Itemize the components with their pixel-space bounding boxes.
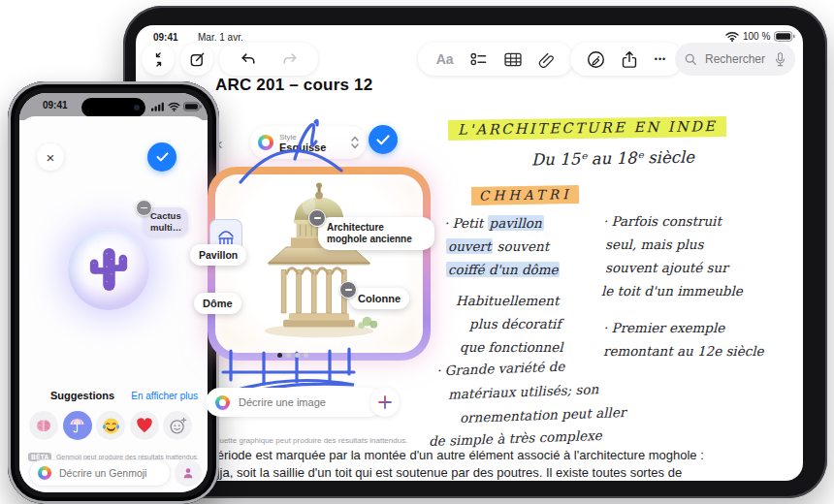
person-icon — [181, 466, 195, 480]
hw-habit-1: Habituellement — [456, 293, 559, 308]
laughing-tears-icon — [102, 417, 120, 435]
hw-premier-1: · Premier exemple — [603, 320, 724, 335]
markup-button[interactable] — [587, 50, 605, 69]
describe-image-field[interactable] — [206, 388, 384, 417]
battery-icon — [183, 102, 202, 111]
label-column-remove[interactable] — [339, 281, 357, 299]
suggestion-row — [29, 411, 192, 440]
search-icon — [685, 53, 697, 66]
plus-icon — [378, 395, 392, 409]
table-button[interactable] — [504, 52, 522, 67]
xmark-icon: × — [47, 150, 55, 165]
apple-intelligence-swirl-icon — [38, 466, 51, 480]
hw-parfois-2: seul, mais plus — [605, 236, 703, 252]
cellular-bars-icon — [151, 102, 165, 111]
label-dome[interactable]: Dôme — [194, 293, 241, 314]
suggestion-umbrella[interactable] — [63, 411, 92, 440]
hw-premier-2: remontant au 12e siècle — [603, 343, 764, 359]
genmoji-close-button[interactable]: × — [37, 143, 64, 171]
genmoji-sheet: × Cactus multi… — [19, 116, 208, 492]
suggestion-brain[interactable] — [29, 411, 58, 440]
attach-button[interactable] — [538, 51, 555, 68]
genmoji-bubble — [68, 229, 149, 310]
describe-genmoji-input[interactable] — [57, 466, 162, 480]
new-genmoji-icon — [169, 417, 187, 435]
checkmark-icon — [376, 135, 390, 145]
undo-redo-group — [219, 43, 318, 76]
ipad-status-right: 100 % — [725, 31, 795, 42]
hw-section: CHHATRI — [471, 186, 579, 205]
compose-icon — [189, 51, 206, 68]
compose-button[interactable] — [180, 43, 213, 76]
undo-button[interactable] — [240, 51, 257, 67]
collapse-button[interactable] — [142, 43, 175, 76]
hw-grande-3: ornementation peut aller — [460, 404, 626, 425]
apple-intelligence-swirl-icon — [258, 135, 273, 150]
hw-habit-3: que fonctionnel — [460, 339, 563, 355]
genmoji-tag-remove[interactable] — [136, 200, 152, 216]
chevron-up-down-icon — [351, 136, 359, 149]
minus-icon — [308, 209, 326, 227]
hw-subheading: Du 15ᵉ au 18ᵉ siècle — [531, 148, 694, 170]
hw-petit-3: coiffé d'un dôme — [446, 262, 560, 277]
text-format-button[interactable]: Aa — [436, 51, 454, 67]
label-column[interactable]: Colonne — [349, 288, 409, 309]
note-paragraph-line1: te période est marquée par la montée d'u… — [196, 448, 704, 462]
iphone-status-icons — [151, 102, 202, 111]
suggestion-heart[interactable] — [130, 411, 159, 440]
generated-image — [215, 174, 423, 353]
suggestion-laughing[interactable] — [96, 411, 125, 440]
add-image-button[interactable] — [370, 388, 400, 417]
hw-grande-4: de simple à très complexe — [429, 427, 602, 449]
checklist-button[interactable] — [470, 51, 488, 67]
describe-image-input[interactable] — [237, 395, 374, 409]
minus-icon — [136, 200, 152, 216]
wifi-icon — [168, 102, 180, 111]
note-title: ARC 201 – cours 12 — [215, 76, 372, 95]
style-value: Esquisse — [279, 142, 345, 153]
describe-genmoji-field[interactable] — [29, 459, 171, 487]
label-architecture-remove[interactable] — [308, 209, 326, 227]
hw-heading: L'ARCHITECTURE EN INDE — [448, 118, 726, 139]
apple-intelligence-swirl-icon — [215, 395, 230, 410]
search-input[interactable] — [703, 51, 775, 67]
more-button[interactable]: ••• — [655, 54, 666, 64]
search-field[interactable] — [675, 43, 795, 76]
hw-grande-1: · Grande variété de — [436, 359, 565, 379]
share-button[interactable] — [622, 50, 637, 69]
iphone-device: 09:41 × Cactus multi… — [8, 81, 219, 504]
hw-grande-2: matériaux utilisés; son — [448, 381, 599, 401]
iphone-screen: 09:41 × Cactus multi… — [19, 93, 208, 492]
iphone-time: 09:41 — [43, 100, 68, 110]
format-group: Aa — [418, 43, 573, 76]
dynamic-island — [81, 98, 145, 117]
hw-parfois-1: · Parfois construit — [603, 213, 722, 229]
ipad-status-date: Mar. 1 avr. — [198, 32, 243, 43]
wand-confirm-button[interactable] — [369, 125, 398, 154]
minus-icon — [339, 281, 357, 299]
ipad-status-time: 09:41 — [153, 32, 178, 43]
genmoji-confirm-button[interactable] — [147, 142, 176, 172]
battery-percent: 100 % — [743, 31, 770, 42]
wand-disclaimer: La baguette graphique peut produire des … — [196, 436, 407, 445]
collapse-arrows-icon — [151, 52, 166, 67]
checkmark-icon — [156, 152, 169, 162]
stage: 09:41 Mar. 1 avr. 100 % Aa — [0, 0, 834, 504]
suggestions-label: Suggestions — [50, 390, 114, 401]
person-genmoji-button[interactable] — [175, 459, 202, 487]
note-paragraph-line2: hhajja, soit la saillie d'un toit qui es… — [196, 465, 682, 480]
microphone-icon[interactable] — [775, 52, 786, 67]
hw-parfois-4: le toit d'un immeuble — [601, 283, 743, 299]
label-pavilion[interactable]: Pavillon — [190, 244, 246, 266]
style-picker[interactable]: Style Esquisse — [250, 126, 367, 159]
hw-petit-2: ouvert souvent — [446, 238, 549, 254]
redo-button[interactable] — [281, 51, 299, 67]
wifi-icon — [725, 31, 739, 42]
show-more-link[interactable]: En afficher plus — [131, 391, 198, 401]
image-pager-dots[interactable] — [277, 344, 312, 362]
suggestion-new-genmoji[interactable] — [163, 411, 192, 440]
rainbow-cactus-genmoji — [87, 244, 130, 295]
hw-parfois-3: souvent ajouté sur — [605, 260, 728, 275]
label-architecture[interactable]: Architecture moghole ancienne — [318, 217, 434, 250]
red-heart-icon — [136, 418, 153, 433]
